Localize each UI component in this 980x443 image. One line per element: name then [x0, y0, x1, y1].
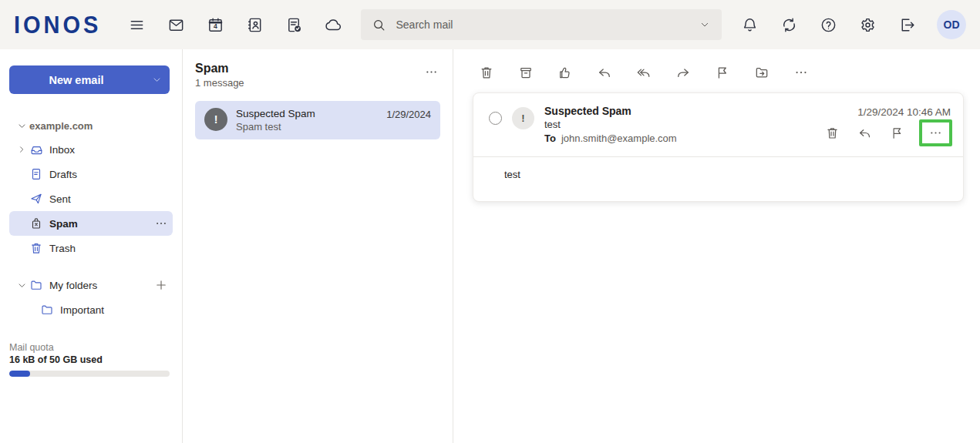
quota-label: Mail quota	[9, 342, 170, 353]
user-avatar[interactable]: OD	[937, 10, 966, 39]
main-layout: New email example.com Inbox Drafts Sen	[0, 49, 980, 443]
add-folder-plus-icon[interactable]	[154, 278, 168, 292]
search-bar[interactable]	[361, 9, 722, 40]
message-more-button-highlighted[interactable]	[919, 119, 952, 146]
toolbar-more-icon[interactable]	[793, 65, 809, 80]
cloud-icon[interactable]	[324, 15, 342, 34]
new-email-label: New email	[9, 74, 143, 86]
to-label: To	[544, 133, 556, 144]
topbar-actions: OD	[740, 10, 966, 39]
drafts-icon	[29, 167, 49, 181]
mail-quota: Mail quota 16 kB of 50 GB used	[9, 342, 170, 377]
trash-icon	[29, 241, 49, 255]
chevron-right-icon[interactable]	[14, 144, 29, 155]
message-toolbar	[453, 49, 980, 92]
not-spam-thumbs-up-icon[interactable]	[557, 65, 573, 80]
folder-icon	[40, 303, 60, 317]
list-title: Spam	[195, 62, 440, 76]
inbox-icon	[29, 143, 49, 157]
folder-label: Inbox	[49, 144, 75, 156]
spam-icon	[29, 216, 49, 230]
message-meta: Suspected Spam test To john.smith@exampl…	[544, 105, 677, 144]
folder-label: Sent	[49, 193, 71, 205]
archive-icon[interactable]	[518, 65, 534, 80]
refresh-icon[interactable]	[780, 15, 798, 34]
search-options-chevron-icon[interactable]	[699, 18, 711, 31]
folder-label: Trash	[49, 243, 76, 254]
account-node[interactable]: example.com	[9, 114, 173, 137]
mail-item-texts: Suspected Spam Spam test	[236, 108, 378, 133]
move-to-folder-icon[interactable]	[754, 65, 770, 80]
folder-label: Important	[60, 304, 104, 316]
settings-gear-icon[interactable]	[858, 15, 877, 34]
folder-label: Drafts	[49, 169, 77, 180]
message-body: test	[473, 157, 963, 201]
quota-progress-bar	[9, 371, 170, 377]
spam-more-icon[interactable]	[154, 216, 168, 230]
flag-icon[interactable]	[890, 126, 904, 140]
message-select-radio[interactable]	[489, 112, 502, 125]
reply-all-icon[interactable]	[636, 65, 652, 80]
list-message-count: 1 message	[195, 77, 440, 89]
new-email-button[interactable]: New email	[9, 65, 170, 94]
delete-icon[interactable]	[825, 126, 840, 140]
help-icon[interactable]	[819, 15, 837, 34]
sidebar-item-spam[interactable]: Spam	[9, 211, 173, 236]
list-more-icon[interactable]	[424, 65, 439, 79]
search-icon	[372, 18, 386, 32]
top-bar: IONOS 4 OD	[0, 0, 980, 49]
tasks-icon[interactable]	[285, 15, 303, 34]
sidebar-item-my-folders[interactable]: My folders	[9, 273, 173, 297]
sidebar-item-drafts[interactable]: Drafts	[9, 162, 173, 186]
list-header: Spam 1 message	[183, 49, 453, 96]
delete-icon[interactable]	[479, 65, 494, 80]
message-subject: test	[544, 119, 677, 130]
message-actions	[825, 126, 951, 140]
quota-usage: 16 kB of 50 GB used	[9, 354, 170, 365]
account-label: example.com	[29, 120, 93, 132]
folder-icon	[29, 278, 49, 292]
message-datetime: 1/29/2024 10:46 AM	[825, 106, 951, 118]
message-list-pane: Spam 1 message ! Suspected Spam Spam tes…	[183, 49, 453, 443]
folder-sidebar: New email example.com Inbox Drafts Sen	[0, 49, 183, 443]
sender-avatar: !	[204, 108, 227, 131]
folder-tree: example.com Inbox Drafts Sent Spam	[0, 114, 182, 322]
app-switcher: 4	[127, 15, 342, 34]
sidebar-item-trash[interactable]: Trash	[9, 236, 173, 260]
calendar-icon[interactable]: 4	[206, 15, 224, 34]
mail-item-subject: Spam test	[236, 121, 378, 133]
forward-icon[interactable]	[675, 65, 691, 80]
mail-icon[interactable]	[167, 15, 185, 34]
recipient-address: john.smith@example.com	[561, 133, 677, 144]
message-sender: Suspected Spam	[544, 105, 677, 117]
search-input[interactable]	[396, 18, 699, 31]
new-email-chevron-icon[interactable]	[143, 74, 170, 86]
chevron-down-icon[interactable]	[14, 280, 29, 291]
chevron-down-icon[interactable]	[14, 120, 29, 132]
menu-icon[interactable]	[127, 15, 146, 34]
message-to-line: To john.smith@example.com	[544, 133, 677, 144]
sidebar-item-sent[interactable]: Sent	[9, 186, 173, 211]
quota-progress-fill	[9, 371, 30, 377]
mail-item-sender: Suspected Spam	[236, 108, 378, 119]
mail-item-date: 1/29/2024	[386, 109, 431, 120]
flag-icon[interactable]	[715, 65, 730, 80]
sidebar-item-important[interactable]: Important	[9, 297, 173, 322]
logout-icon[interactable]	[897, 15, 916, 34]
reading-pane: ! Suspected Spam test To john.smith@exam…	[453, 49, 980, 443]
ionos-logo[interactable]: IONOS	[14, 11, 101, 39]
message-sender-avatar: !	[512, 107, 534, 129]
message-header: ! Suspected Spam test To john.smith@exam…	[473, 93, 963, 156]
message-card: ! Suspected Spam test To john.smith@exam…	[473, 92, 964, 202]
contacts-icon[interactable]	[245, 15, 264, 34]
message-header-right: 1/29/2024 10:46 AM	[825, 105, 951, 140]
my-folders-label: My folders	[49, 280, 97, 291]
sidebar-item-inbox[interactable]: Inbox	[9, 137, 173, 162]
list-item[interactable]: ! Suspected Spam Spam test 1/29/2024	[195, 101, 440, 139]
folder-label: Spam	[49, 218, 78, 230]
sent-icon	[29, 192, 49, 206]
reply-icon[interactable]	[857, 126, 872, 140]
reply-icon[interactable]	[597, 65, 612, 80]
notifications-bell-icon[interactable]	[740, 15, 759, 34]
